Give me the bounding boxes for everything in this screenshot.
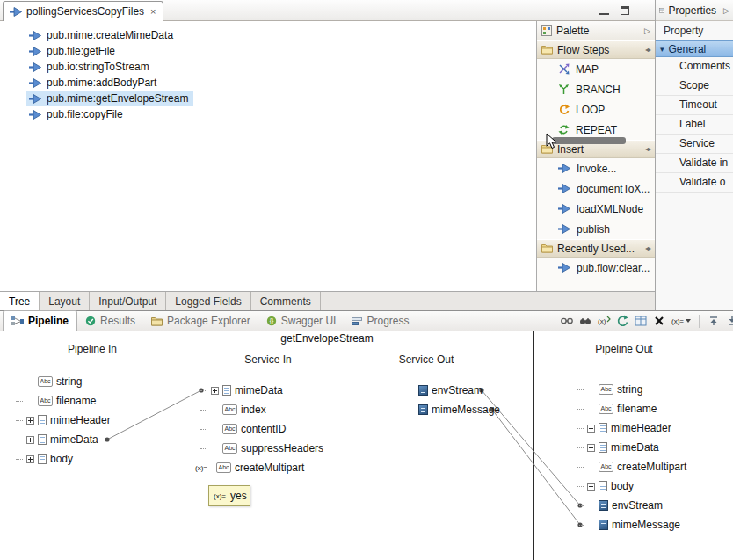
tree-item[interactable]: mimeData bbox=[577, 438, 686, 457]
drawer-toggle-icon[interactable]: ◂▸ bbox=[645, 145, 650, 153]
palette-header[interactable]: Palette ▷ bbox=[537, 21, 655, 40]
section-label: Recently Used... bbox=[557, 243, 635, 255]
editor-tab-pollingServicesCopyFiles[interactable]: pollingServicesCopyFiles × bbox=[3, 1, 163, 21]
property-row-validate-in[interactable]: Validate in bbox=[656, 154, 733, 173]
palette-scrollbar-thumb[interactable] bbox=[552, 137, 626, 144]
layout-icon[interactable] bbox=[633, 313, 648, 329]
link-icon[interactable] bbox=[559, 313, 574, 329]
tree-item[interactable]: Abc string bbox=[16, 372, 111, 391]
tab-comments[interactable]: Comments bbox=[251, 292, 321, 310]
property-row-comments[interactable]: Comments bbox=[656, 57, 733, 76]
tab-label: Layout bbox=[48, 295, 80, 308]
property-row-validate-out[interactable]: Validate o bbox=[656, 173, 733, 193]
palette-item-invoke[interactable]: Invoke... bbox=[537, 158, 655, 178]
wire-mimemessage[interactable] bbox=[492, 410, 580, 525]
collapse-down-icon[interactable] bbox=[724, 313, 733, 329]
drawer-toggle-icon[interactable]: ◂▸ bbox=[645, 46, 650, 54]
drawer-toggle-icon[interactable]: ◂▸ bbox=[645, 244, 650, 252]
tree-item[interactable]: Abc index bbox=[200, 400, 323, 419]
tree-item[interactable]: mimeHeader bbox=[577, 418, 686, 438]
palette-item-publish[interactable]: publish bbox=[537, 219, 655, 239]
property-row-service[interactable]: Service bbox=[656, 135, 733, 154]
property-row-scope[interactable]: Scope bbox=[656, 76, 733, 96]
tree-item-assigned[interactable]: (x)= Abc createMultipart bbox=[200, 458, 323, 477]
wire-mimedata[interactable] bbox=[107, 390, 201, 440]
flow-step[interactable]: pub.io:stringToStream bbox=[26, 59, 155, 75]
tree-item[interactable]: body bbox=[577, 476, 686, 496]
tree-item[interactable]: mimeMessage bbox=[418, 400, 500, 419]
delete-icon[interactable] bbox=[651, 313, 666, 329]
assign-dropdown[interactable]: (x)= bbox=[670, 313, 693, 329]
expand-toggle-icon[interactable] bbox=[587, 425, 595, 433]
palette-item-pub-flow-clear[interactable]: pub.flow:clear... bbox=[537, 258, 655, 278]
palette-item-branch[interactable]: BRANCH bbox=[537, 79, 655, 99]
field-label: suppressHeaders bbox=[241, 442, 323, 455]
flow-step-selected[interactable]: pub.mime:getEnvelopeStream bbox=[26, 91, 193, 106]
field-label: string bbox=[56, 375, 82, 388]
tree-item[interactable]: Abc createMultipart bbox=[577, 457, 686, 476]
flow-step[interactable]: pub.mime:addBodyPart bbox=[26, 75, 162, 91]
field-label: mimeData bbox=[611, 441, 659, 454]
maximize-icon[interactable] bbox=[621, 6, 629, 15]
flow-step[interactable]: pub.file:copyFile bbox=[26, 106, 128, 122]
palette-item-loop[interactable]: LOOP bbox=[537, 99, 655, 120]
string-icon: Abc bbox=[222, 424, 237, 434]
properties-header[interactable]: Properties ▷ bbox=[656, 0, 733, 21]
tab-progress[interactable]: Progress bbox=[344, 311, 417, 331]
insert-variable-icon[interactable]: (x) bbox=[596, 313, 611, 329]
minimize-icon[interactable] bbox=[599, 7, 609, 15]
expand-toggle-icon[interactable] bbox=[211, 387, 219, 395]
field-label: mimeHeader bbox=[50, 414, 111, 426]
palette-section-recently-used[interactable]: Recently Used... ◂▸ bbox=[537, 239, 655, 258]
palette-item-map[interactable]: MAP bbox=[537, 59, 655, 79]
field-label: mimeMessage bbox=[432, 404, 500, 416]
palette-item-loadxmlnode[interactable]: loadXMLNode bbox=[537, 199, 655, 219]
properties-title: Properties bbox=[668, 4, 716, 17]
expand-toggle-icon[interactable] bbox=[587, 444, 595, 452]
palette-section-flow-steps[interactable]: Flow Steps ◂▸ bbox=[537, 40, 655, 59]
close-icon[interactable]: × bbox=[150, 6, 156, 17]
tree-item[interactable]: envStream bbox=[418, 381, 500, 400]
document-icon bbox=[599, 423, 607, 433]
tab-swagger-ui[interactable]: {} Swagger UI bbox=[258, 311, 345, 331]
tree-item[interactable]: mimeMessage bbox=[577, 515, 686, 535]
flow-step[interactable]: pub.file:getFile bbox=[26, 43, 120, 59]
refresh-icon[interactable] bbox=[614, 313, 629, 329]
tree-item[interactable]: body bbox=[16, 449, 111, 469]
tab-input-output[interactable]: Input/Output bbox=[90, 292, 166, 310]
expand-toggle-icon[interactable] bbox=[26, 436, 34, 444]
expand-toggle-icon[interactable] bbox=[26, 417, 34, 425]
tab-logged-fields[interactable]: Logged Fields bbox=[166, 292, 250, 310]
tree-item[interactable]: Abc contentID bbox=[200, 419, 323, 439]
tree-item[interactable]: Abc suppressHeaders bbox=[200, 439, 323, 458]
tree-item[interactable]: Abc filename bbox=[16, 391, 111, 411]
tab-package-explorer[interactable]: Package Explorer bbox=[143, 311, 258, 331]
repeat-step-icon bbox=[558, 124, 570, 135]
tab-results[interactable]: Results bbox=[77, 311, 143, 331]
assigned-value-box[interactable]: (x)= yes bbox=[208, 485, 250, 506]
property-group-general[interactable]: ▾ General bbox=[656, 40, 733, 57]
invoke-arrow-icon bbox=[29, 110, 41, 120]
tree-item[interactable]: mimeData bbox=[200, 381, 323, 400]
tree-item[interactable]: Abc filename bbox=[577, 399, 686, 418]
flow-step[interactable]: pub.mime:createMimeData bbox=[26, 27, 178, 43]
tree-item[interactable]: mimeHeader bbox=[16, 411, 111, 430]
tree-item[interactable]: Abc string bbox=[577, 380, 686, 399]
tab-pipeline[interactable]: Pipeline bbox=[3, 310, 77, 331]
invoke-arrow-icon bbox=[29, 31, 41, 40]
tree-item[interactable]: envStream bbox=[577, 496, 686, 515]
palette-item-documenttoxml[interactable]: documentToX... bbox=[537, 178, 655, 199]
expand-toggle-icon[interactable] bbox=[26, 455, 34, 463]
property-row-timeout[interactable]: Timeout bbox=[656, 96, 733, 115]
tree-item[interactable]: mimeData bbox=[16, 430, 111, 449]
binoculars-icon[interactable] bbox=[577, 313, 592, 329]
collapse-up-icon[interactable] bbox=[706, 313, 721, 329]
property-row-label[interactable]: Label bbox=[656, 115, 733, 135]
tab-tree[interactable]: Tree bbox=[0, 292, 40, 310]
expand-toggle-icon[interactable] bbox=[587, 483, 595, 491]
tab-label: Package Explorer bbox=[167, 315, 250, 327]
palette-pin-icon[interactable]: ▷ bbox=[644, 26, 650, 35]
tab-label: Input/Output bbox=[98, 295, 156, 308]
tab-layout[interactable]: Layout bbox=[40, 292, 90, 310]
properties-menu-icon[interactable]: ▷ bbox=[723, 6, 729, 15]
